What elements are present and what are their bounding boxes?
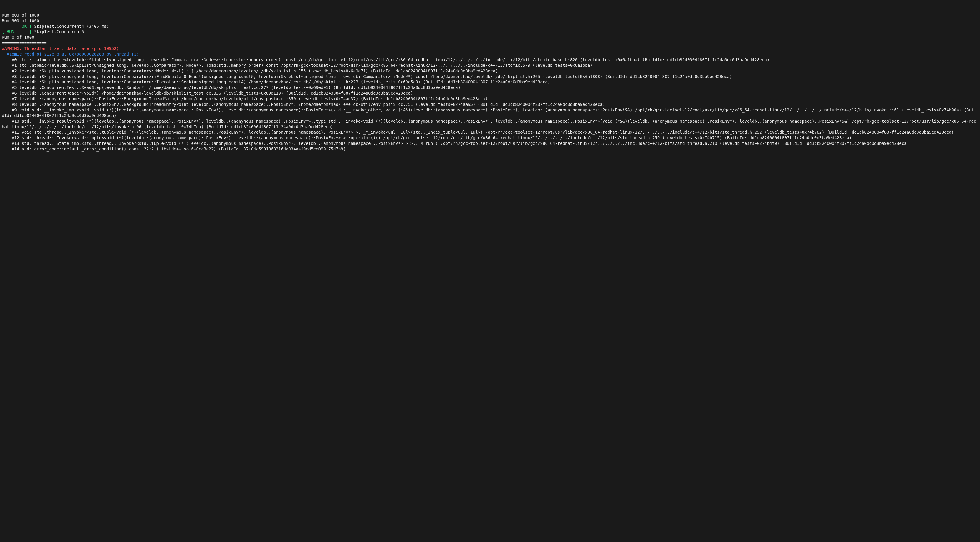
stack-frame: #11 void std::thread::_Invoker<std::tupl…: [2, 130, 954, 135]
terminal-output[interactable]: Run 800 of 1000 Run 900 of 1000 [ OK ] S…: [0, 11, 980, 153]
stack-frame: #1 std::atomic<leveldb::SkipList<unsigne…: [2, 63, 593, 68]
tsan-read-header: Atomic read of size 8 at 0x7b800002d2e8 …: [2, 52, 139, 57]
run-progress-line: Run 0 of 1000: [2, 35, 34, 40]
stack-frame: #8 leveldb::(anonymous namespace)::Posix…: [2, 102, 605, 107]
stack-frame: #0 std::__atomic_base<leveldb::SkipList<…: [2, 57, 770, 62]
stack-frame: #3 leveldb::SkipList<unsigned long, leve…: [2, 74, 732, 79]
test-run-line: [ RUN ] SkipTest.Concurrent5: [2, 29, 84, 34]
stack-frame: #14 std::error_code::default_error_condi…: [2, 147, 346, 151]
test-ok-line: [ OK ] SkipTest.Concurrent4 (3406 ms): [2, 24, 109, 29]
stack-frame: #7 leveldb::(anonymous namespace)::Posix…: [2, 96, 488, 101]
run-progress-line: Run 900 of 1000: [2, 18, 39, 23]
test-name: SkipTest.Concurrent5: [34, 29, 84, 34]
test-name: SkipTest.Concurrent4 (3406 ms): [34, 24, 109, 29]
tsan-warning-header: WARNING: ThreadSanitizer: data race (pid…: [2, 46, 119, 51]
stack-frame: #12 std::thread::_Invoker<std::tuple<voi…: [2, 135, 852, 140]
run-progress-line: Run 800 of 1000: [2, 13, 39, 17]
stack-frame: #5 leveldb::ConcurrentTest::ReadStep(lev…: [2, 85, 460, 90]
stack-frame: #9 void std::__invoke_impl<void, void (*…: [2, 108, 977, 118]
stack-frame: #2 leveldb::SkipList<unsigned long, leve…: [2, 68, 498, 73]
status-run: [ RUN ]: [2, 29, 32, 34]
stack-frame: #6 leveldb::ConcurrentReader(void*) /hom…: [2, 91, 413, 95]
separator-line: ==================: [2, 41, 47, 45]
stack-frame: #13 std::thread::_State_impl<std::thread…: [2, 141, 909, 146]
stack-frame: #10 std::__invoke_result<void (*)(leveld…: [2, 119, 977, 129]
status-ok: [ OK ]: [2, 24, 32, 29]
stack-frame: #4 leveldb::SkipList<unsigned long, leve…: [2, 79, 550, 84]
